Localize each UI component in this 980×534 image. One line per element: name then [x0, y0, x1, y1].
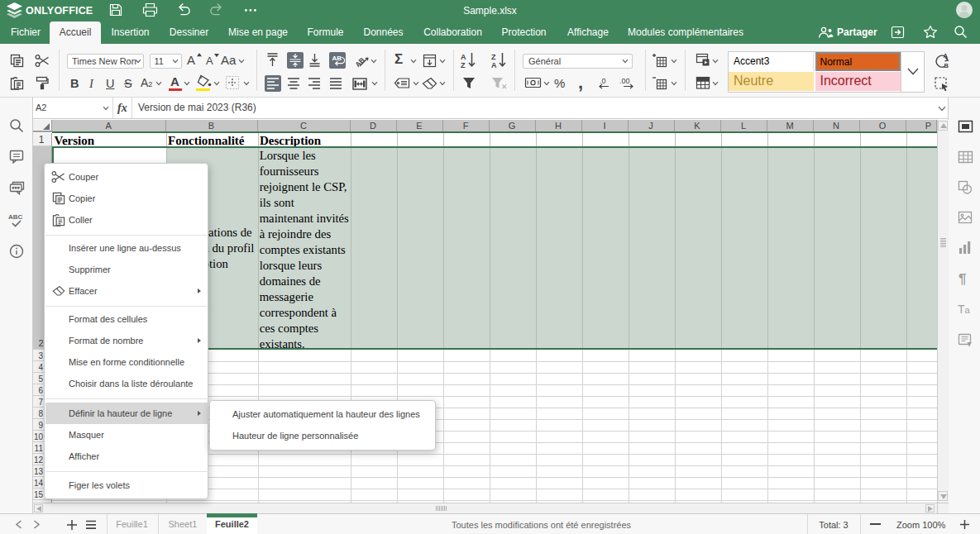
svg-text:.0: .0: [600, 77, 606, 85]
svg-text:AB: AB: [332, 55, 342, 62]
svg-text:A: A: [491, 61, 497, 69]
svg-text:A: A: [944, 53, 949, 60]
svg-text:A: A: [461, 53, 466, 61]
svg-text:Z: Z: [491, 53, 496, 61]
svg-text:ABC: ABC: [8, 213, 23, 221]
svg-text:.00: .00: [619, 77, 630, 85]
svg-text:Z: Z: [461, 61, 466, 69]
svg-text:B: B: [944, 62, 949, 69]
